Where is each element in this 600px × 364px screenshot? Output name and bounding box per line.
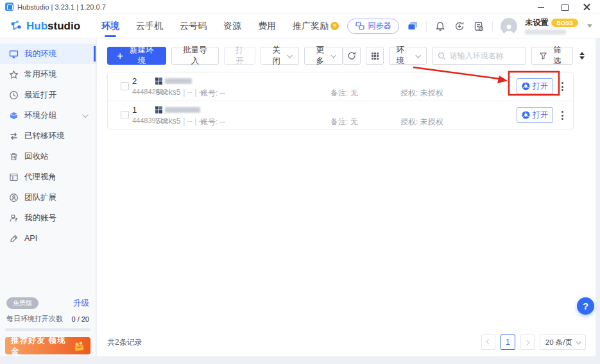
sidebar-item-environment-groups[interactable]: 环境分组 — [0, 105, 96, 126]
new-environment-button[interactable]: 新建环境 — [107, 47, 166, 65]
more-dropdown-button[interactable]: 更多 — [304, 47, 343, 65]
batch-import-button[interactable]: 批量导入 — [171, 47, 218, 65]
refresh-button[interactable] — [343, 47, 361, 65]
nav-cloud-phone[interactable]: 云手机 — [136, 15, 163, 38]
environment-list: 2 444842402 Socks5| -- | -- 账号: -- 备注: 无… — [107, 72, 574, 129]
trash-icon — [9, 152, 19, 161]
close-dropdown-button[interactable]: 关闭 — [261, 47, 299, 65]
plus-icon — [117, 53, 123, 60]
user-avatar[interactable] — [501, 18, 517, 35]
sidebar-item-team-expansion[interactable]: 团队扩展 — [0, 187, 96, 208]
brand-logo: Hubstudio — [9, 19, 92, 33]
row-checkbox[interactable] — [121, 111, 129, 119]
search-icon — [438, 52, 446, 60]
box-icon — [9, 111, 19, 120]
api-icon — [9, 234, 19, 244]
sidebar-item-recently-opened[interactable]: 最近打开 — [0, 85, 96, 105]
maximize-button[interactable] — [560, 3, 568, 11]
page-size-select[interactable]: 20 条/页 — [540, 335, 586, 350]
chrome-browser-icon — [522, 111, 530, 119]
account-icon — [9, 213, 19, 223]
app-logo-icon — [5, 3, 13, 11]
user-phone-redacted — [525, 29, 566, 35]
proxy-view-icon — [9, 172, 19, 182]
search-box — [432, 47, 526, 65]
nav-billing[interactable]: 费用 — [258, 15, 276, 38]
user-name: 未设置 — [525, 17, 548, 28]
proxy-type: Socks5 — [155, 88, 180, 97]
sidebar-item-api[interactable]: API — [0, 228, 96, 249]
main-area: 我的环境 常用环境 最近打开 — [0, 38, 600, 356]
sync-windows-icon — [356, 22, 364, 30]
proxy-type: Socks5 — [155, 117, 180, 126]
main-nav: 环境 云手机 云号码 资源 费用 推广奖励 — [101, 15, 339, 38]
page-number[interactable]: 1 — [501, 335, 515, 350]
sidebar: 我的环境 常用环境 最近打开 — [0, 38, 96, 356]
row-more-menu[interactable] — [558, 80, 567, 93]
search-type-select[interactable]: 环境 — [389, 47, 426, 65]
user-info[interactable]: 未设置 BOSS — [525, 17, 578, 35]
nav-cloud-number[interactable]: 云号码 — [180, 15, 207, 38]
sidebar-item-transferred-environments[interactable]: 已转移环境 — [0, 126, 96, 146]
minimize-button[interactable] — [537, 3, 545, 11]
nav-environment[interactable]: 环境 — [101, 15, 119, 38]
sidebar-item-my-environments[interactable]: 我的环境 — [0, 44, 96, 64]
clock-icon — [9, 90, 19, 100]
sort-toggle-icon[interactable] — [578, 51, 586, 61]
prev-page-button[interactable] — [481, 335, 495, 350]
auth-field: 授权: 未授权 — [400, 117, 443, 128]
platform-icon — [155, 106, 162, 113]
close-button[interactable] — [583, 3, 591, 11]
coin-icon — [330, 22, 339, 30]
row-checkbox[interactable] — [121, 82, 129, 90]
molecule-icon — [9, 19, 23, 33]
toolbar: 新建环境 批量导入 打开 关闭 更多 — [107, 47, 586, 65]
next-page-button[interactable] — [520, 335, 535, 350]
app-header: Hubstudio 环境 云手机 云号码 资源 费用 推广奖励 同步器 — [0, 14, 600, 38]
list-footer: 共2条记录 1 20 条/页 — [107, 335, 586, 350]
user-menu-caret-icon[interactable] — [587, 24, 592, 28]
pagination: 1 20 条/页 — [481, 335, 586, 350]
synchronizer-button[interactable]: 同步器 — [347, 19, 399, 34]
chevron-down-icon[interactable] — [82, 112, 89, 118]
chevron-down-icon — [330, 53, 336, 58]
open-environment-button[interactable]: 打开 — [517, 107, 553, 123]
brand-hub: Hub — [26, 20, 47, 32]
nav-referral[interactable]: 推广奖励 — [293, 15, 339, 38]
table-row: 2 444842402 Socks5| -- | -- 账号: -- 备注: 无… — [108, 72, 573, 101]
log-history-icon[interactable] — [473, 21, 484, 32]
brand-studio: studio — [47, 20, 80, 32]
chevron-down-icon — [287, 53, 292, 58]
window-manager-icon[interactable] — [407, 21, 418, 32]
update-icon[interactable] — [454, 21, 465, 32]
sidebar-item-frequent-environments[interactable]: 常用环境 — [0, 64, 96, 85]
gold-gift-icon — [70, 340, 87, 352]
window-titlebar: Hubstudio | 3.23.1 | 1.20.0.7 — [0, 0, 600, 14]
sidebar-item-my-account[interactable]: 我的账号 — [0, 208, 96, 228]
referral-banner[interactable]: 推荐好友 领现金 — [5, 337, 90, 354]
user-plan-badge: BOSS — [551, 19, 578, 27]
team-icon — [9, 193, 19, 203]
divider — [492, 21, 493, 31]
search-input[interactable] — [450, 51, 520, 60]
account-field: 账号: -- — [200, 117, 225, 128]
account-field: 账号: -- — [200, 88, 225, 99]
content-panel: 新建环境 批量导入 打开 关闭 更多 — [97, 38, 596, 356]
column-settings-icon[interactable] — [366, 47, 384, 65]
row-more-menu[interactable] — [558, 109, 567, 122]
transfer-icon — [9, 131, 19, 141]
open-button-toolbar[interactable]: 打开 — [224, 47, 256, 65]
help-button[interactable]: ? — [577, 297, 594, 315]
chevron-down-icon — [416, 53, 421, 58]
open-environment-button[interactable]: 打开 — [517, 78, 553, 94]
upgrade-link[interactable]: 升级 — [73, 298, 89, 309]
notification-bell-icon[interactable] — [434, 21, 446, 32]
note-field: 备注: 无 — [330, 88, 358, 99]
funnel-icon — [540, 52, 547, 60]
environment-name-redacted — [165, 78, 192, 84]
sidebar-item-proxy-view[interactable]: 代理视角 — [0, 167, 96, 187]
note-field: 备注: 无 — [330, 117, 358, 128]
filter-button[interactable]: 筛选 — [531, 47, 573, 65]
sidebar-item-recycle-bin[interactable]: 回收站 — [0, 146, 96, 167]
nav-resources[interactable]: 资源 — [223, 15, 241, 38]
